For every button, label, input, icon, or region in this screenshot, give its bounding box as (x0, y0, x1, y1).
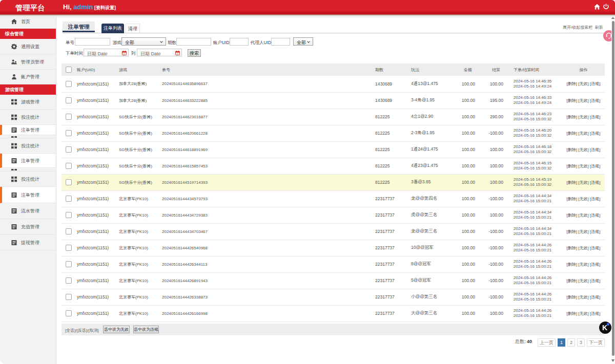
svg-text:12: 12 (176, 53, 178, 55)
svg-text:12: 12 (123, 53, 125, 55)
